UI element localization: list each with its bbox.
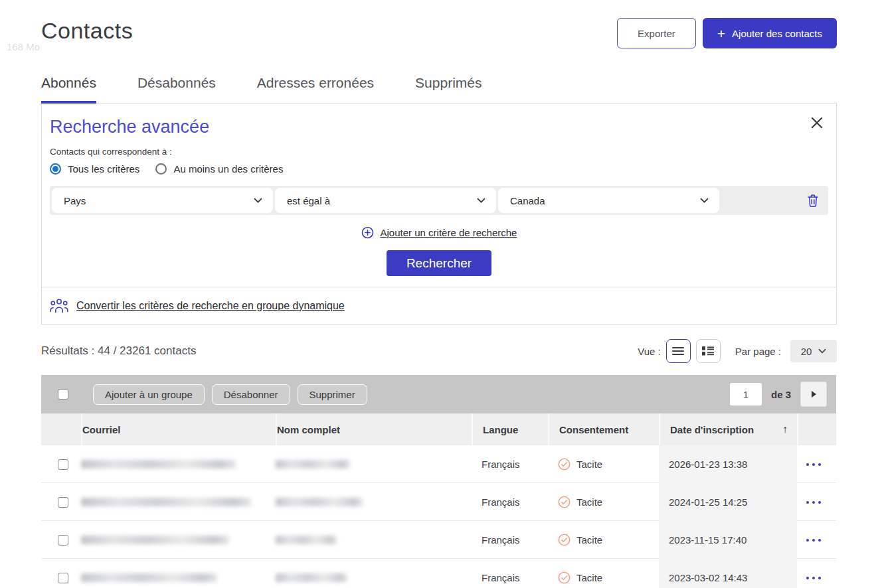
list-view-icon [672, 346, 684, 356]
tab-desabonnes[interactable]: Désabonnés [137, 75, 216, 103]
tab-abonnes[interactable]: Abonnés [41, 75, 96, 103]
criteria-field-select[interactable]: Pays [52, 188, 273, 213]
group-icon [50, 298, 68, 313]
row-checkbox[interactable] [58, 535, 68, 546]
list-view-button[interactable] [666, 339, 691, 363]
add-criteria-link[interactable]: Ajouter un critère de recherche [50, 226, 828, 239]
language-value: Français [482, 496, 520, 508]
search-criteria-row: Pays est égal à Canada [50, 186, 828, 215]
table-body: Français Tacite 2026-01-23 13:38 Françai… [41, 445, 836, 588]
radio-unselected-icon [155, 163, 167, 175]
column-header-langue[interactable]: Langue [472, 413, 548, 445]
radio-all-criteria[interactable]: Tous les critères [50, 163, 139, 175]
consent-check-icon [558, 534, 571, 546]
consent-check-icon [558, 458, 571, 471]
table-row: Français Tacite 2023-03-02 14:43 [41, 559, 836, 588]
language-value: Français [482, 572, 520, 583]
trash-icon [807, 194, 819, 208]
delete-button[interactable]: Supprimer [298, 384, 367, 405]
language-value: Français [482, 534, 520, 546]
page-total-label: de 3 [771, 389, 791, 400]
page-number-input[interactable] [730, 383, 762, 405]
per-page-label: Par page : [735, 346, 781, 357]
consent-value: Tacite [576, 496, 602, 508]
advanced-search-panel: Recherche avancée Contacts qui correspon… [41, 103, 837, 325]
header-actions-spacer [797, 413, 836, 445]
chevron-down-icon [477, 198, 485, 203]
next-arrow-icon [812, 391, 816, 398]
row-menu-button[interactable] [806, 538, 828, 542]
radio-selected-icon [50, 163, 61, 175]
advanced-search-title: Recherche avancée [50, 117, 828, 137]
criteria-operator-select[interactable]: est égal à [275, 188, 496, 213]
date-value: 2023-03-02 14:43 [669, 572, 747, 583]
redacted-name [276, 536, 337, 544]
row-menu-button[interactable] [806, 463, 828, 467]
add-contacts-button[interactable]: + Ajouter des contacts [703, 18, 837, 48]
redacted-email [81, 498, 251, 506]
row-menu-button[interactable] [806, 500, 828, 504]
next-page-button[interactable] [800, 382, 827, 407]
consent-value: Tacite [576, 459, 602, 470]
tab-adresses-erronees[interactable]: Adresses erronées [257, 75, 374, 103]
match-mode-radios: Tous les critères Au moins un des critèr… [50, 163, 828, 175]
match-criteria-label: Contacts qui correspondent à : [50, 147, 828, 157]
view-label: Vue : [638, 346, 660, 357]
column-header-courriel[interactable]: Courriel [81, 413, 276, 445]
row-checkbox[interactable] [58, 459, 68, 470]
redacted-email [81, 573, 217, 582]
card-view-button[interactable] [696, 339, 721, 363]
card-view-icon [702, 346, 714, 356]
delete-criteria-button[interactable] [807, 194, 819, 210]
tab-supprimes[interactable]: Supprimés [415, 75, 482, 103]
close-icon[interactable] [810, 115, 824, 130]
column-header-date-inscription[interactable]: Date d'inscription ↑ [659, 413, 797, 445]
per-page-select[interactable]: 20 [790, 340, 837, 362]
export-button[interactable]: Exporter [617, 18, 696, 48]
redacted-name [276, 460, 350, 469]
select-all-checkbox[interactable] [58, 389, 68, 400]
redacted-email [81, 536, 229, 544]
unsubscribe-button[interactable]: Désabonner [212, 384, 290, 405]
consent-check-icon [558, 571, 571, 584]
convert-to-group-link[interactable]: Convertir les critères de recherche en g… [76, 300, 345, 312]
consent-check-icon [558, 496, 571, 508]
contacts-table: Ajouter à un groupe Désabonner Supprimer… [41, 375, 836, 588]
radio-any-criteria[interactable]: Au moins un des critères [155, 163, 283, 175]
criteria-value-select[interactable]: Canada [498, 188, 719, 213]
column-header-nom-complet[interactable]: Nom complet [276, 413, 472, 445]
page-header: Contacts Exporter + Ajouter des contacts [0, 0, 878, 48]
advanced-search-form: Recherche avancée Contacts qui correspon… [42, 104, 836, 287]
convert-to-group-row: Convertir les critères de recherche en g… [42, 287, 836, 324]
language-value: Français [482, 459, 520, 470]
date-value: 2023-11-15 17:40 [669, 534, 746, 546]
redacted-name [276, 498, 363, 506]
sort-ascending-icon[interactable]: ↑ [782, 423, 788, 435]
row-checkbox[interactable] [58, 573, 68, 583]
chevron-down-icon [700, 198, 709, 203]
row-checkbox[interactable] [58, 497, 68, 508]
chevron-down-icon [818, 348, 826, 354]
column-header-consentement[interactable]: Consentement [548, 413, 659, 445]
search-button[interactable]: Rechercher [387, 250, 491, 276]
table-header-row: Courriel Nom complet Langue Consentement… [41, 413, 836, 445]
page-title: Contacts [41, 18, 133, 44]
table-action-bar: Ajouter à un groupe Désabonner Supprimer… [41, 375, 836, 413]
ghost-sidebar-remnant: 168 Mo [7, 41, 40, 52]
table-row: Français Tacite 2024-01-25 14:25 [41, 483, 836, 521]
add-to-group-button[interactable]: Ajouter à un groupe [93, 384, 205, 405]
consent-value: Tacite [576, 572, 602, 583]
plus-icon: + [717, 27, 725, 40]
chevron-down-icon [254, 198, 262, 203]
contacts-page: 168 Mo Contacts Exporter + Ajouter des c… [0, 0, 878, 588]
header-checkbox-spacer [41, 413, 81, 445]
date-value: 2024-01-25 14:25 [669, 496, 747, 508]
header-actions: Exporter + Ajouter des contacts [617, 18, 837, 48]
table-row: Français Tacite 2023-11-15 17:40 [41, 521, 836, 559]
results-summary: Résultats : 44 / 23261 contacts [41, 344, 196, 358]
contacts-tabs: Abonnés Désabonnés Adresses erronées Sup… [0, 75, 878, 103]
row-menu-button[interactable] [806, 576, 828, 580]
redacted-name [276, 573, 347, 582]
redacted-email [81, 460, 236, 469]
table-row: Français Tacite 2026-01-23 13:38 [41, 445, 836, 483]
